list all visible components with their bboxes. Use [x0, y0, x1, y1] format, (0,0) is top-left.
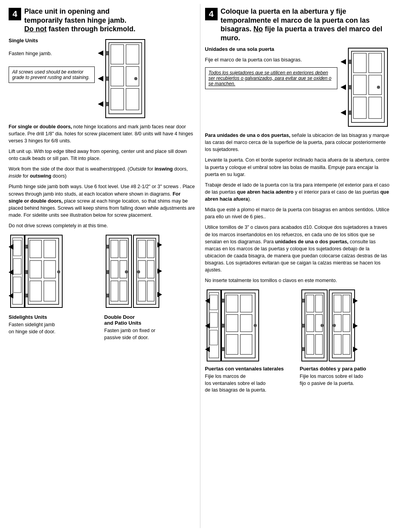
door-svg-single-left: [98, 38, 149, 120]
svg-marker-71: [341, 59, 346, 65]
svg-rect-16: [13, 238, 22, 304]
svg-rect-104: [302, 347, 305, 351]
svg-rect-65: [353, 97, 366, 119]
sidelights-illus-block: Sidelights Units Fasten sidelight jamb o…: [9, 233, 99, 335]
body-text-3-es: Trabaje desde el lado de la puerta con l…: [205, 182, 392, 203]
svg-rect-101: [315, 334, 323, 354]
svg-rect-97: [315, 295, 323, 312]
svg-marker-56: [157, 242, 162, 248]
svg-rect-83: [226, 315, 238, 332]
svg-rect-77: [210, 313, 218, 327]
body-text-2-left: Lift unit up. With top edge tilted away …: [9, 148, 195, 162]
double-door-cap1-es: Fijie los marcos sobre el lado: [300, 374, 363, 379]
svg-rect-99: [315, 315, 323, 332]
sidelights-svg-es: [205, 288, 262, 364]
svg-rect-17: [13, 240, 21, 256]
sidelights-svg: [9, 233, 65, 311]
svg-marker-115: [353, 298, 358, 304]
double-door-caption-es: Fijie los marcos sobre el lado fijo o pa…: [300, 373, 363, 387]
svg-rect-41: [111, 281, 118, 301]
svg-rect-3: [126, 45, 139, 64]
svg-rect-24: [30, 261, 41, 278]
step-header-left: 4 Place unit in opening and temporarily …: [9, 7, 195, 34]
svg-rect-37: [111, 240, 118, 258]
svg-rect-38: [120, 240, 127, 258]
note-box-left: All screws used should be exterior grade…: [9, 66, 95, 83]
sidelights-cap1-es: Fijie los marcos de: [205, 374, 246, 379]
svg-point-31: [57, 270, 60, 273]
door-svg-single-es: [341, 46, 391, 128]
svg-rect-87: [222, 299, 225, 302]
single-units-label-row: Single Units: [9, 38, 95, 43]
title-do-not: Do not: [24, 25, 47, 33]
sidelights-cap1: Fasten sidelight jamb: [9, 322, 55, 327]
sidelights-caption-es: Fijie los marcos de los ventanales sobre…: [205, 373, 267, 394]
svg-rect-8: [106, 51, 109, 55]
svg-rect-61: [353, 53, 366, 73]
sidelights-title-es: Puertas con ventanales laterales: [205, 366, 284, 372]
double-door-svg-container: [104, 233, 163, 313]
svg-rect-98: [306, 315, 314, 332]
svg-marker-14: [98, 101, 103, 107]
double-door-title-es: Puertas dobles y para patio: [300, 366, 366, 372]
bottom-illus-es: Puertas con ventanales laterales Fijie l…: [205, 288, 392, 394]
note-text-left: All screws used should be exterior grade…: [12, 69, 90, 80]
svg-rect-102: [302, 299, 305, 302]
svg-marker-73: [341, 110, 346, 115]
svg-rect-68: [348, 85, 351, 89]
step-title-right: Coloque la puerta en la abertura y fije …: [221, 7, 392, 42]
svg-rect-40: [120, 261, 127, 278]
title-line3-suffix: fasten through brickmold.: [47, 25, 135, 33]
svg-rect-76: [210, 295, 218, 310]
svg-rect-49: [138, 240, 146, 258]
svg-rect-7: [126, 88, 139, 110]
sidelights-door-svg: [9, 233, 65, 313]
svg-rect-66: [369, 97, 382, 119]
svg-rect-26: [30, 281, 41, 301]
svg-rect-67: [348, 60, 351, 64]
svg-rect-4: [111, 66, 124, 86]
svg-rect-6: [111, 88, 124, 110]
double-door-cap1: Fasten jamb on fixed or: [104, 328, 155, 333]
double-door-illus-block: Double Door and Patio Units Fasten jamb …: [104, 233, 195, 341]
svg-point-11: [134, 77, 137, 80]
sidelights-caption: Fasten sidelight jamb on hinge side of d…: [9, 322, 56, 335]
svg-rect-113: [343, 334, 350, 354]
right-column: 4 Coloque la puerta en la abertura y fij…: [200, 4, 396, 528]
svg-rect-39: [111, 261, 118, 278]
svg-rect-96: [306, 295, 314, 312]
double-door-title1: Double Door: [104, 314, 135, 320]
double-door-cap2: passive side of door.: [104, 335, 149, 340]
svg-rect-22: [30, 240, 41, 258]
es-fasten-hinge: Fije el marco de la puerta con las bisag…: [205, 57, 338, 63]
svg-marker-57: [157, 268, 162, 274]
fasten-hinge-label: Fasten hinge jamb.: [9, 50, 52, 56]
svg-rect-62: [369, 53, 382, 73]
svg-marker-116: [353, 323, 358, 329]
svg-rect-109: [343, 295, 350, 312]
body-text-1-left: For single or double doors, note hinge l…: [9, 123, 195, 144]
svg-rect-19: [13, 277, 21, 293]
svg-rect-21: [28, 238, 59, 304]
svg-rect-2: [111, 45, 124, 64]
note-box-es: Todos los sujetadores que se utilicen en…: [205, 67, 338, 89]
sidelights-illus-es: Puertas con ventanales laterales Fijie l…: [205, 288, 297, 394]
double-door-illus-es: Puertas dobles y para patio Fijie los ma…: [300, 288, 391, 394]
single-units-section: Single Units Fasten hinge jamb. All scre…: [9, 38, 195, 121]
step-title-left: Place unit in opening and temporarily fa…: [24, 7, 135, 34]
svg-rect-75: [209, 293, 219, 358]
svg-rect-103: [302, 324, 305, 327]
step-number-left: 4: [9, 8, 21, 20]
bottom-illustrations-left: Sidelights Units Fasten sidelight jamb o…: [9, 233, 195, 341]
svg-rect-82: [240, 295, 252, 312]
title-line2: temporarily fasten hinge jamb.: [24, 16, 126, 24]
svg-rect-85: [226, 334, 238, 354]
door-illus-single-es: [341, 46, 391, 129]
es-single-section: Unidades de una sola puerta Fije el marc…: [205, 46, 392, 129]
svg-rect-30: [25, 294, 28, 297]
svg-rect-100: [306, 334, 314, 354]
svg-rect-53: [138, 281, 146, 301]
svg-rect-78: [210, 330, 218, 345]
body-text-4-es: Mida que esté a plomo el marco de la pue…: [205, 206, 392, 220]
svg-rect-10: [106, 102, 109, 106]
